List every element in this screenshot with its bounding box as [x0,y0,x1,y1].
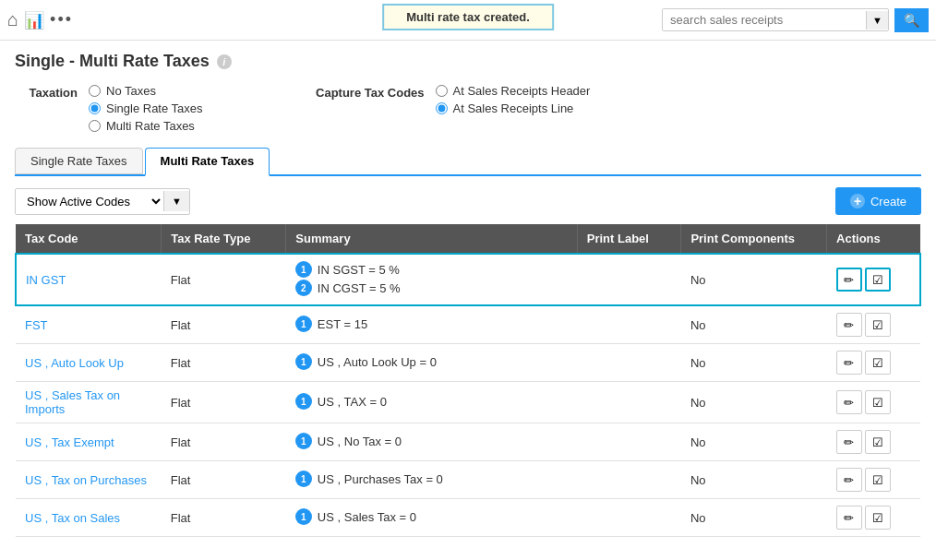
no-taxes-option[interactable]: No Taxes [89,84,203,98]
copy-button[interactable]: ☑ [865,268,891,292]
copy-button[interactable]: ☑ [865,468,891,492]
tax-code-link[interactable]: US , Sales Tax on Imports [25,388,120,416]
notification-message: Multi rate tax created. [406,10,530,24]
settings-section: Taxation No Taxes Single Rate Taxes Mult… [15,84,921,133]
edit-button[interactable]: ✏ [836,351,862,375]
tax-code-link[interactable]: US , Tax Exempt [25,435,114,449]
tax-rate-type-cell: Flat [162,461,286,499]
copy-button[interactable]: ☑ [865,313,891,337]
search-dropdown-button[interactable]: ▼ [866,11,888,30]
actions-cell: ✏☑ [827,423,920,461]
summary-text: US , No Tax = 0 [318,435,402,448]
copy-button[interactable]: ☑ [865,351,891,375]
taxation-label: Taxation [15,84,78,100]
search-go-button[interactable]: 🔍 [894,8,929,32]
table-header-row: Tax Code Tax Rate Type Summary Print Lab… [16,224,920,254]
show-active-select[interactable]: Show Active Codes [16,189,163,214]
line-label: At Sales Receipts Line [453,101,574,115]
tax-code-link[interactable]: US , Auto Look Up [25,356,124,370]
taxation-group: Taxation No Taxes Single Rate Taxes Mult… [15,84,203,133]
info-icon[interactable]: i [217,54,232,69]
summary-item: 1US , No Tax = 0 [295,433,568,449]
summary-badge: 1 [295,353,312,370]
summary-badge: 2 [295,280,312,296]
print-label-cell [577,254,681,305]
tax-rate-type-cell: Flat [162,382,286,423]
multi-rate-option[interactable]: Multi Rate Taxes [89,119,203,133]
print-components-cell: No [681,344,827,382]
capture-group: Capture Tax Codes At Sales Receipts Head… [314,84,591,133]
line-option[interactable]: At Sales Receipts Line [436,101,591,115]
summary-item: 1IN SGST = 5 % [295,261,568,278]
summary-badge: 1 [295,316,312,332]
summary-item: 1EST = 15 [295,316,568,332]
summary-text: US , Auto Look Up = 0 [318,355,437,369]
create-button[interactable]: + Create [835,187,921,215]
top-bar-right: ▼ 🔍 [662,8,929,32]
summary-item: 1US , Auto Look Up = 0 [295,353,568,370]
table-row: FSTFlat1EST = 15No✏☑ [16,305,920,344]
summary-badge: 1 [295,261,312,278]
edit-button[interactable]: ✏ [836,506,862,530]
single-rate-radio[interactable] [89,102,101,114]
col-header-summary: Summary [286,224,577,254]
table-row: IN GSTFlat1IN SGST = 5 %2IN CGST = 5 %No… [16,254,920,305]
bar-chart-icon[interactable]: 📊 [24,10,44,30]
edit-button[interactable]: ✏ [836,268,862,292]
single-rate-option[interactable]: Single Rate Taxes [89,101,203,115]
edit-button[interactable]: ✏ [836,313,862,337]
tax-rate-type-cell: Flat [162,344,286,382]
copy-button[interactable]: ☑ [865,430,891,454]
header-option[interactable]: At Sales Receipts Header [436,84,591,98]
print-components-cell: No [681,382,827,423]
page-title: Single - Multi Rate Taxes [15,52,210,71]
header-radio[interactable] [436,85,448,97]
multi-rate-label: Multi Rate Taxes [106,119,195,133]
table-row: US , Tax ExemptFlat1US , No Tax = 0No✏☑ [16,423,920,461]
edit-button[interactable]: ✏ [836,468,862,492]
tax-code-link[interactable]: FST [25,318,48,332]
tax-code-link[interactable]: IN GST [26,273,66,287]
summary-text: EST = 15 [318,317,367,331]
tax-rate-type-cell: Flat [162,499,286,537]
print-label-cell [577,382,681,423]
actions-cell: ✏☑ [827,382,920,423]
no-taxes-label: No Taxes [106,84,156,98]
tab-single-rate[interactable]: Single Rate Taxes [15,148,143,174]
search-box: ▼ [662,8,889,31]
tax-code-link[interactable]: US , Tax on Sales [25,511,120,525]
home-icon[interactable]: ⌂ [7,9,18,30]
edit-button[interactable]: ✏ [836,430,862,454]
summary-badge: 1 [295,471,312,487]
tax-rate-type-cell: Flat [162,254,286,305]
copy-button[interactable]: ☑ [865,390,891,414]
single-rate-label: Single Rate Taxes [106,101,203,115]
tabs-container: Single Rate Taxes Multi Rate Taxes [15,148,921,176]
summary-text: US , Purchases Tax = 0 [318,472,443,486]
summary-text: IN SGST = 5 % [318,263,400,277]
summary-item: 2IN CGST = 5 % [295,280,568,296]
print-components-cell: No [681,499,827,537]
actions-cell: ✏☑ [827,461,920,499]
table-row: US , Tax on SalesFlat1US , Sales Tax = 0… [16,499,920,537]
line-radio[interactable] [436,102,448,114]
copy-button[interactable]: ☑ [865,506,891,530]
more-options-icon[interactable]: ••• [50,10,73,30]
no-taxes-radio[interactable] [89,85,101,97]
summary-item: 1US , TAX = 0 [295,393,568,410]
page-title-row: Single - Multi Rate Taxes i [15,52,921,71]
edit-button[interactable]: ✏ [836,390,862,414]
multi-rate-radio[interactable] [89,120,101,132]
print-label-cell [577,344,681,382]
print-label-cell [577,423,681,461]
actions-cell: ✏☑ [827,344,920,382]
tab-multi-rate[interactable]: Multi Rate Taxes [145,148,270,176]
col-header-tax-rate-type: Tax Rate Type [162,224,286,254]
summary-badge: 1 [295,508,312,525]
header-label: At Sales Receipts Header [453,84,591,98]
summary-item: 1US , Purchases Tax = 0 [295,471,568,487]
tax-code-link[interactable]: US , Tax on Purchases [25,473,147,487]
search-input[interactable] [663,9,866,30]
filter-dropdown-button[interactable]: ▼ [163,191,189,211]
print-components-cell: No [681,461,827,499]
